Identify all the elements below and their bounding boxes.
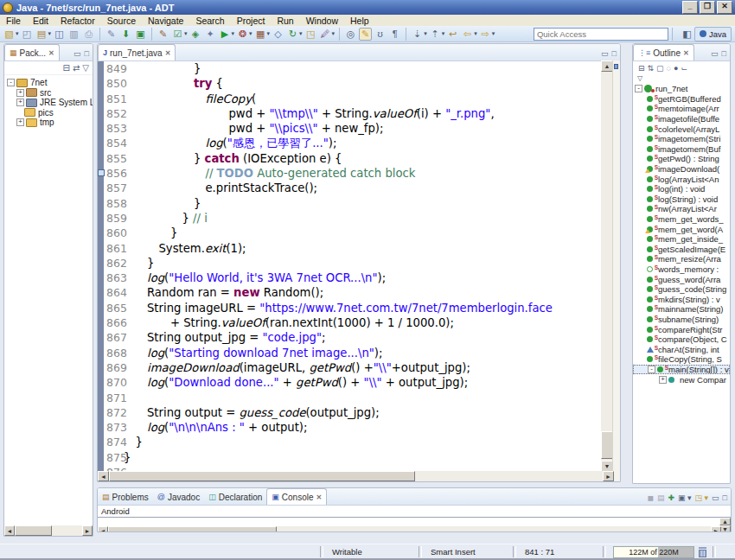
sort-icon[interactable]: ⇅ (648, 64, 655, 73)
save-all-icon[interactable]: ▥ (67, 28, 80, 41)
previous-annotation-dropdown-icon[interactable]: ▾ (442, 30, 445, 37)
maximize-view-icon[interactable]: □ (85, 50, 89, 58)
new-package-icon[interactable]: ◈ (189, 28, 202, 41)
tab-declaration[interactable]: ◫Declaration (204, 489, 266, 505)
outline-item[interactable]: Scolorlevel(ArrayL (633, 124, 730, 134)
expander-icon[interactable]: + (16, 99, 24, 106)
run-dropdown-icon[interactable]: ▾ (232, 30, 235, 37)
outline-item[interactable]: SfileCopy(String, S (633, 354, 730, 365)
outline-item[interactable]: +new Compar (633, 374, 730, 385)
menu-search[interactable]: Search (189, 16, 230, 26)
outline-item[interactable]: Smainname(String) (633, 304, 730, 315)
package-explorer-hscrollbar[interactable]: ◄ ► (4, 525, 93, 536)
coverage-dropdown-icon[interactable]: ▾ (267, 30, 271, 37)
display-console-icon[interactable]: ▣ ▾ (678, 494, 692, 502)
menu-source[interactable]: Source (101, 16, 142, 26)
minimize-view-icon[interactable]: ▭ (601, 50, 609, 58)
debug-icon[interactable]: ❂ (236, 28, 249, 41)
close-icon[interactable]: ✕ (165, 49, 171, 57)
open-console-icon[interactable]: ◳ ▾ (695, 494, 709, 502)
coverage-icon[interactable]: ▦ (254, 28, 267, 41)
menu-navigate[interactable]: Navigate (142, 16, 189, 26)
link-with-editor-icon[interactable]: ⇄ (73, 63, 80, 73)
collapse-all-icon[interactable]: ⊟ (638, 64, 645, 73)
outline-item[interactable]: Simagetofile(Buffe (633, 114, 730, 124)
menu-window[interactable]: Window (300, 16, 344, 26)
annotate-icon[interactable]: 🖉 (319, 28, 332, 41)
new-wizard-icon[interactable]: ▧ (3, 28, 16, 41)
expander-icon[interactable]: - (7, 79, 15, 86)
restore-button[interactable]: ❐ (700, 1, 715, 14)
refresh-dropdown-icon[interactable]: ▾ (299, 30, 303, 37)
open-resource-icon[interactable]: ◰ (21, 28, 34, 41)
outline-item[interactable]: Smem_get_word(A (633, 224, 730, 234)
maximize-view-icon[interactable]: □ (722, 50, 726, 58)
tree-item-jre-system-lib[interactable]: +JRE System Lib (4, 98, 93, 108)
close-icon[interactable]: ✕ (683, 49, 689, 57)
mark-occurrences-icon[interactable]: ✎ (359, 28, 372, 41)
hide-local-types-icon[interactable]: ⌙ (681, 64, 687, 73)
minimize-view-icon[interactable]: ▭ (712, 494, 719, 502)
tree-item-7net[interactable]: -7net (4, 78, 93, 88)
code-editor-area[interactable]: 849}850try {851fileCopy(852pwd + "\\tmp\… (98, 61, 620, 473)
forward-dropdown-icon[interactable]: ▾ (492, 30, 495, 37)
outline-tree[interactable]: -run_7netSgetRGB(BufferedSmemtoimage(Arr… (633, 82, 730, 385)
close-icon[interactable]: ✕ (48, 49, 54, 57)
pin-console-icon[interactable]: ✚ (668, 494, 674, 502)
open-perspective-icon[interactable]: ◧ (681, 28, 693, 41)
menu-run[interactable]: Run (271, 16, 299, 26)
tree-item-tmp[interactable]: +tmp (4, 118, 93, 128)
outline-item[interactable]: Smem_get_inside_ (633, 234, 730, 245)
new-file-icon[interactable]: ▤ (35, 28, 48, 41)
outline-item[interactable]: Smem_get_words_ (633, 214, 730, 225)
avd-manager-icon[interactable]: ▣ (134, 28, 147, 41)
menu-project[interactable]: Project (231, 16, 272, 26)
save-icon[interactable]: ◫ (53, 28, 66, 41)
outline-item[interactable]: ScompareRight(Str (633, 324, 730, 334)
outline-item[interactable]: SimageDownload( (633, 164, 730, 175)
show-whitespace-icon[interactable]: ¶ (388, 28, 401, 41)
minimize-view-icon[interactable]: ▭ (74, 50, 81, 58)
hide-static-icon[interactable]: ◌ (667, 64, 671, 73)
sdk-manager-icon[interactable]: ⬇ (119, 28, 132, 41)
task-marker-icon[interactable] (98, 169, 105, 176)
lint-check-icon[interactable]: ✎ (105, 28, 118, 41)
package-explorer-tree[interactable]: -7net+src+JRE System Libpics+tmp (4, 75, 93, 128)
maximize-view-icon[interactable]: □ (723, 494, 727, 502)
outline-item[interactable]: Slog(String) : void (633, 194, 730, 205)
collapse-all-icon[interactable]: ⊟ (63, 63, 70, 73)
outline-item[interactable]: Swords_memory : (633, 264, 730, 275)
overview-annotation-mark[interactable] (614, 64, 618, 69)
junit-icon[interactable]: ◇ (272, 28, 284, 41)
expander-icon[interactable]: + (16, 89, 24, 97)
menu-edit[interactable]: Edit (27, 16, 54, 26)
open-element-icon[interactable]: ✦ (204, 28, 217, 41)
outline-item[interactable]: Ssubname(String) (633, 315, 730, 325)
show-selected-element-icon[interactable]: ʊ (374, 28, 387, 41)
console-output-area[interactable]: ▲▼ ◄ ► (98, 517, 731, 532)
debug-dropdown-icon[interactable]: ▾ (249, 30, 252, 37)
new-file-dropdown-icon[interactable]: ▾ (48, 30, 52, 37)
overview-ruler[interactable] (612, 60, 620, 481)
tree-item-src[interactable]: +src (4, 88, 93, 99)
outline-item[interactable]: Snw(ArrayList<Ar (633, 204, 730, 214)
tab-run-7net-java[interactable]: J run_7net.java ✕ (98, 44, 176, 60)
new-wizard-dropdown-icon[interactable]: ▾ (16, 30, 19, 37)
outline-item[interactable]: Slog(ArrayList<An (633, 174, 730, 184)
tab-problems[interactable]: ▤Problems (98, 489, 153, 505)
expander-icon[interactable]: + (16, 118, 24, 126)
annotate-dropdown-icon[interactable]: ▾ (332, 30, 336, 37)
tab-javadoc[interactable]: @Javadoc (153, 489, 204, 505)
outline-item[interactable]: Smkdirs(String) : v (633, 294, 730, 304)
hide-non-public-icon[interactable]: ● (674, 64, 678, 73)
debug-attach-icon[interactable]: ✎ (157, 28, 169, 41)
back-icon[interactable]: ⇦ (461, 28, 474, 41)
back-dropdown-icon[interactable]: ▾ (474, 30, 477, 37)
minimize-view-icon[interactable]: ▭ (711, 50, 719, 58)
run-icon[interactable]: ▶ (219, 28, 232, 41)
outline-item[interactable]: Slog(int) : void (633, 184, 730, 194)
open-task-icon[interactable]: ◳ (304, 28, 317, 41)
garbage-collect-button[interactable] (698, 547, 707, 557)
outline-item[interactable]: Smemtoimage(Arr (633, 104, 730, 114)
editor-hscrollbar[interactable]: ◄ ► (98, 471, 614, 481)
